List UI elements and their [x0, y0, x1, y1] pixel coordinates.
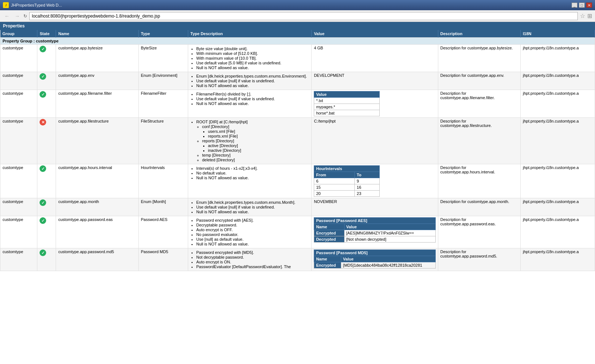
cell-state: ✓ — [37, 198, 56, 216]
cell-group: customtype — [0, 216, 37, 248]
status-ok-icon: ✓ — [40, 165, 46, 172]
cell-name: customtype.app.password.md5 — [56, 248, 139, 271]
cell-state: ✓ — [37, 72, 56, 90]
col-header-i18n: I18N — [521, 30, 595, 38]
table-row: customtype ✕ customtype.app.filestructur… — [0, 118, 595, 164]
cell-i18n: jhpt.property.i18n.customtype.a — [521, 248, 595, 271]
cell-name: customtype.app.env — [56, 72, 139, 90]
password-md5-header: Password [Password MD5] — [314, 250, 435, 256]
cell-i18n: jhpt.property.i18n.customtype.a — [521, 90, 595, 118]
table-scroll-container[interactable]: Group State Name Type Type Description V… — [0, 30, 595, 364]
cell-typedesc: Enum [dk.heick.properties.types.custom.e… — [188, 198, 312, 216]
bookmark-icon[interactable]: ☆ — [580, 12, 585, 19]
status-ok-icon: ✓ — [40, 199, 46, 206]
cell-i18n: jhpt.property.i18n.customtype.a — [521, 72, 595, 90]
cell-state: ✓ — [37, 164, 56, 198]
cell-description: Description for customtype.app.password.… — [438, 248, 521, 271]
name-col-header: Name — [314, 224, 344, 230]
table-header-row: Group State Name Type Type Description V… — [0, 30, 595, 38]
cell-name: customtype.app.bytesize — [56, 45, 139, 72]
back-button[interactable]: ← — [3, 12, 11, 20]
cell-typedesc: Interval(s) of hours - x1-x2[;x3-x4]. No… — [188, 164, 312, 198]
encrypted-label: Encrypted — [314, 262, 341, 269]
value-col-header: Value — [341, 256, 435, 262]
cell-name: customtype.app.filestructure — [56, 118, 139, 164]
cell-name: customtype.app.filename.filter — [56, 90, 139, 118]
cell-i18n: jhpt.property.i18n.customtype.a — [521, 216, 595, 248]
list-item: Encrypted [MD5]1decabbc484ba08c42ff12818… — [314, 262, 435, 269]
table-row: customtype ✓ customtype.app.bytesize Byt… — [0, 45, 595, 72]
cell-value: Password [Password MD5] Name Value — [312, 248, 438, 271]
cell-state: ✕ — [37, 118, 56, 164]
cell-name: customtype.app.month — [56, 198, 139, 216]
cell-description: Description for customtype.app.filestruc… — [438, 118, 521, 164]
cell-typedesc: ROOT [DIR] at [C:/temp/jhpt] conf [Direc… — [188, 118, 312, 164]
status-ok-icon: ✓ — [40, 217, 46, 224]
cell-i18n: jhpt.property.i18n.customtype.a — [521, 118, 595, 164]
cell-group: customtype — [0, 45, 37, 72]
cell-state: ✓ — [37, 216, 56, 248]
list-item: Encrypted [AES]MNG8lMHZY7/PxdAnF0ZSlw== — [314, 230, 435, 236]
app-icon: J — [3, 2, 9, 8]
cell-type: FileStructure — [138, 118, 188, 164]
col-header-type: Type — [138, 30, 188, 38]
status-ok-icon: ✓ — [40, 249, 46, 256]
list-item: Decrypted [Not shown decrypted] — [314, 236, 435, 243]
password-aes-header: Password [Password AES] — [314, 218, 435, 224]
minimize-button[interactable]: _ — [572, 3, 577, 8]
status-ok-icon: ✓ — [40, 73, 46, 80]
cell-typedesc: Enum [dk.heick.properties.types.custom.e… — [188, 72, 312, 90]
window: J JHPropertiesTyped Web D... _ □ ✕ ← → ↻… — [0, 0, 595, 364]
col-header-value: Value — [312, 30, 438, 38]
list-item: 2023 — [314, 191, 380, 197]
cell-value: 4 GB — [312, 45, 438, 72]
group-header-cell: Property Group : customtype — [0, 38, 595, 45]
value-col-header: Value — [314, 91, 380, 98]
decrypted-value: [Not shown decrypted] — [344, 236, 435, 243]
list-item: *.txt — [314, 98, 380, 104]
cell-typedesc: Password encrypted with [AES]. Decryptab… — [188, 216, 312, 248]
value-col-header: Value — [344, 224, 435, 230]
cell-value: Value *.txt mypages.* horse*.bat — [312, 90, 438, 118]
properties-table: Group State Name Type Type Description V… — [0, 30, 595, 271]
decrypted-label: Decrypted — [314, 236, 344, 243]
cell-group: customtype — [0, 118, 37, 164]
cell-typedesc: Byte size value [double unit]. With mini… — [188, 45, 312, 72]
table-row: customtype ✓ customtype.app.filename.fil… — [0, 90, 595, 118]
cell-i18n: jhpt.property.i18n.customtype.a — [521, 198, 595, 216]
refresh-button[interactable]: ↻ — [23, 14, 27, 19]
cell-type: HourIntervals — [138, 164, 188, 198]
from-col-header: From — [314, 172, 355, 178]
cell-name: customtype.app.password.eas — [56, 216, 139, 248]
extensions-icon[interactable]: ⊞ — [587, 12, 592, 19]
table-row: customtype ✓ customtype.app.month Enum [… — [0, 198, 595, 216]
close-button[interactable]: ✕ — [586, 3, 592, 8]
cell-group: customtype — [0, 90, 37, 118]
cell-description: Description for customtype.app.filename.… — [438, 90, 521, 118]
cell-type: ByteSize — [138, 45, 188, 72]
cell-group: customtype — [0, 164, 37, 198]
hour-intervals-table: HourIntervals From To 69 1516 — [314, 165, 380, 197]
encrypted-value: [MD5]1decabbc484ba08c42ff12818ca20281 — [341, 262, 435, 269]
table-row: customtype ✓ customtype.app.password.eas… — [0, 216, 595, 248]
cell-description: Description for customtype.app.hours.int… — [438, 164, 521, 198]
col-header-group: Group — [0, 30, 37, 38]
status-error-icon: ✕ — [40, 119, 46, 125]
cell-value: NOVEMBER — [312, 198, 438, 216]
forward-button[interactable]: → — [13, 12, 21, 20]
window-title: JHPropertiesTyped Web D... — [11, 3, 572, 7]
status-ok-icon: ✓ — [40, 46, 46, 52]
col-header-description: Description — [438, 30, 521, 38]
list-item: mypages.* — [314, 104, 380, 110]
col-header-name: Name — [56, 30, 139, 38]
cell-value: Password [Password AES] Name Value — [312, 216, 438, 248]
to-col-header: To — [355, 172, 380, 178]
cell-typedesc: FilenameFilter(s) divided by [;]. Use de… — [188, 90, 312, 118]
cell-name: customtype.app.hours.interval — [56, 164, 139, 198]
table-row: customtype ✓ customtype.app.hours.interv… — [0, 164, 595, 198]
cell-type: Password MD5 — [138, 248, 188, 271]
maximize-button[interactable]: □ — [579, 3, 585, 8]
address-input[interactable] — [29, 12, 578, 20]
encrypted-label: Encrypted — [314, 230, 344, 236]
cell-state: ✓ — [37, 90, 56, 118]
